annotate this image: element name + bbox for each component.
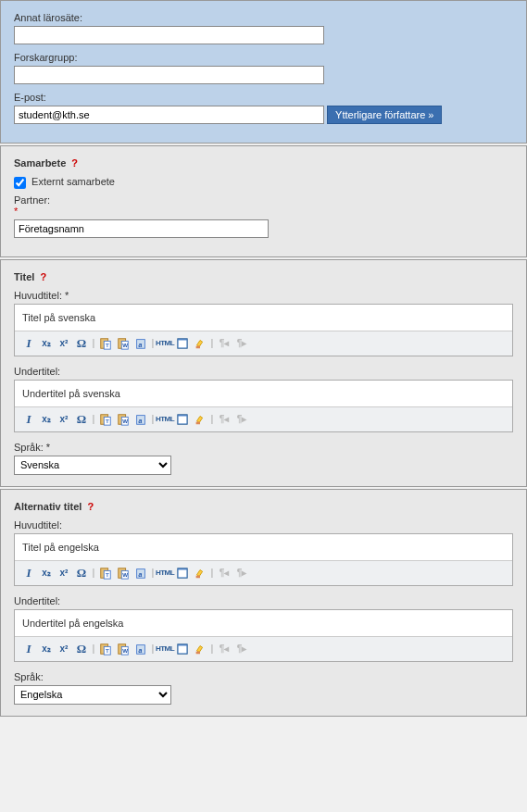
paste-word-icon[interactable]: W [115, 565, 132, 581]
research-group-input[interactable] [14, 66, 324, 84]
fullscreen-icon[interactable] [174, 641, 191, 657]
external-collab-label: Externt samarbete [31, 176, 115, 187]
rtl-icon[interactable]: ¶▸ [233, 565, 250, 581]
subscript-icon[interactable]: x₂ [38, 335, 55, 352]
help-icon[interactable]: ? [40, 271, 46, 282]
editor-toolbar: I x₂ x² Ω | T W a | HTML | ¶◂ ¶▸ [15, 331, 512, 356]
separator-icon: | [91, 641, 96, 657]
superscript-icon[interactable]: x² [56, 641, 72, 657]
add-author-button[interactable]: Ytterligare författare » [327, 106, 442, 124]
paste-text-icon[interactable]: T [97, 641, 114, 657]
html-icon[interactable]: HTML [157, 411, 173, 428]
research-group-label: Forskargrupp: [14, 52, 513, 63]
svg-text:W: W [122, 647, 128, 654]
svg-text:T: T [106, 418, 109, 424]
email-input[interactable] [14, 106, 324, 124]
fullscreen-icon[interactable] [174, 565, 191, 581]
svg-text:a: a [138, 570, 142, 577]
svg-text:a: a [138, 341, 142, 347]
fullscreen-icon[interactable] [174, 411, 191, 428]
italic-icon[interactable]: I [20, 565, 37, 581]
editor-toolbar: I x₂ x² Ω | T W a | HTML | ¶◂ ¶▸ [15, 636, 512, 661]
subscript-icon[interactable]: x₂ [38, 641, 55, 657]
collaboration-title-text: Samarbete [14, 157, 66, 169]
svg-text:W: W [122, 342, 128, 348]
cleanup-icon[interactable] [192, 411, 208, 428]
help-icon[interactable]: ? [87, 501, 94, 512]
other-institution-label: Annat lärosäte: [14, 12, 513, 23]
external-collab-checkbox[interactable] [14, 177, 26, 189]
alt-maintitle-content[interactable]: Titel på engelska [15, 534, 512, 560]
subscript-icon[interactable]: x₂ [38, 565, 55, 581]
svg-text:T: T [106, 647, 109, 654]
rtl-icon[interactable]: ¶▸ [233, 641, 250, 657]
separator-icon: | [209, 411, 215, 428]
partner-input[interactable] [14, 219, 269, 238]
superscript-icon[interactable]: x² [56, 335, 72, 352]
svg-text:T: T [106, 342, 109, 348]
ltr-icon[interactable]: ¶◂ [216, 335, 232, 352]
superscript-icon[interactable]: x² [56, 565, 72, 581]
rtl-icon[interactable]: ¶▸ [233, 335, 250, 352]
ltr-icon[interactable]: ¶◂ [216, 565, 232, 581]
alt-subtitle-editor: Undertitel på engelska I x₂ x² Ω | T W a… [14, 609, 513, 662]
svg-text:a: a [138, 417, 142, 423]
omega-icon[interactable]: Ω [73, 641, 90, 657]
ltr-icon[interactable]: ¶◂ [216, 641, 232, 657]
alt-maintitle-label: Huvudtitel: [14, 519, 513, 531]
paste-text-icon[interactable]: T [97, 565, 114, 581]
omega-icon[interactable]: Ω [73, 411, 90, 428]
alt-subtitle-label: Undertitel: [14, 595, 513, 606]
html-icon[interactable]: HTML [157, 641, 173, 657]
alt-title-panel: Alternativ titel ? Huvudtitel: Titel på … [0, 489, 527, 717]
subscript-icon[interactable]: x₂ [38, 411, 55, 428]
html-icon[interactable]: HTML [157, 565, 173, 581]
paste-word-icon[interactable]: W [115, 641, 132, 657]
maintitle-label: Huvudtitel: * [14, 290, 513, 301]
svg-text:W: W [122, 418, 128, 424]
alt-subtitle-content[interactable]: Undertitel på engelska [15, 610, 512, 636]
paste-plain-icon[interactable]: a [132, 335, 149, 352]
cleanup-icon[interactable] [192, 335, 208, 352]
paste-word-icon[interactable]: W [115, 411, 132, 428]
italic-icon[interactable]: I [20, 411, 37, 428]
paste-text-icon[interactable]: T [97, 411, 114, 428]
italic-icon[interactable]: I [20, 335, 37, 352]
alt-lang-label: Språk: [14, 671, 513, 682]
omega-icon[interactable]: Ω [73, 335, 90, 352]
maintitle-content[interactable]: Titel på svenska [15, 305, 512, 331]
separator-icon: | [209, 565, 215, 581]
help-icon[interactable]: ? [71, 157, 78, 169]
paste-word-icon[interactable]: W [115, 335, 132, 352]
italic-icon[interactable]: I [20, 641, 37, 657]
fullscreen-icon[interactable] [174, 335, 191, 352]
svg-rect-21 [196, 421, 200, 424]
paste-text-icon[interactable]: T [97, 335, 114, 352]
partner-label: Partner: * [14, 194, 513, 217]
paste-plain-icon[interactable]: a [132, 411, 149, 428]
editor-toolbar: I x₂ x² Ω | T W a | HTML | ¶◂ ¶▸ [15, 406, 512, 431]
svg-rect-9 [179, 340, 187, 347]
cleanup-icon[interactable] [192, 641, 208, 657]
subtitle-content[interactable]: Undertitel på svenska [15, 381, 512, 406]
title-heading: Titel ? [14, 271, 513, 282]
cleanup-icon[interactable] [192, 565, 208, 581]
subtitle-label: Undertitel: [14, 366, 513, 377]
omega-icon[interactable]: Ω [73, 565, 90, 581]
svg-rect-10 [196, 345, 200, 348]
author-panel: Annat lärosäte: Forskargrupp: E-post: Yt… [0, 0, 527, 144]
paste-plain-icon[interactable]: a [132, 565, 149, 581]
paste-plain-icon[interactable]: a [132, 641, 149, 657]
collaboration-heading: Samarbete ? [14, 157, 513, 169]
lang-select[interactable]: Svenska [14, 456, 171, 475]
superscript-icon[interactable]: x² [56, 411, 72, 428]
maintitle-editor: Titel på svenska I x₂ x² Ω | T W a | HTM… [14, 304, 513, 356]
email-label: E-post: [14, 92, 513, 103]
rtl-icon[interactable]: ¶▸ [233, 411, 250, 428]
subtitle-editor: Undertitel på svenska I x₂ x² Ω | T W a … [14, 380, 513, 432]
ltr-icon[interactable]: ¶◂ [216, 411, 232, 428]
html-icon[interactable]: HTML [157, 335, 173, 352]
other-institution-input[interactable] [14, 26, 324, 44]
separator-icon: | [91, 411, 96, 428]
alt-lang-select[interactable]: Engelska [14, 685, 171, 705]
